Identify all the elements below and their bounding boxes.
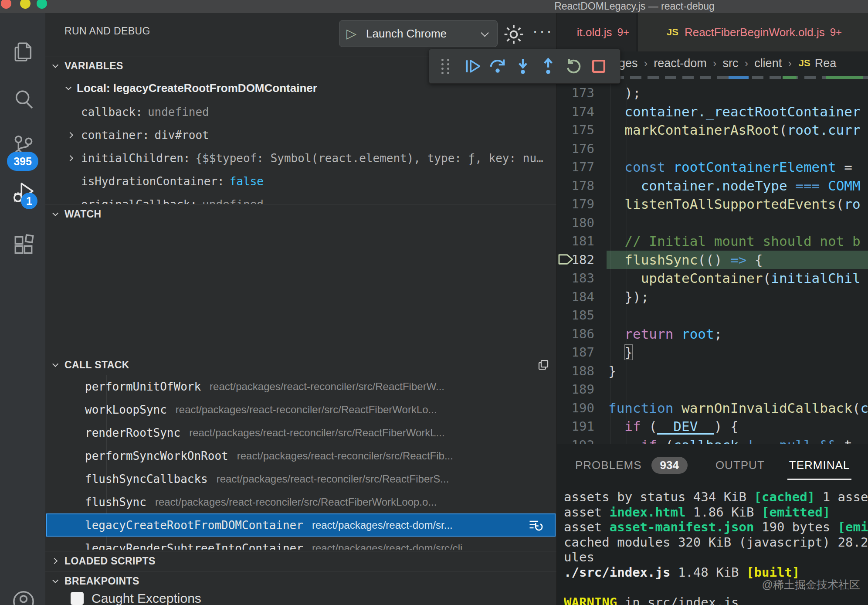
variable-row[interactable]: callback:undefined <box>45 102 556 122</box>
token: [emitted] <box>762 505 830 520</box>
code-line[interactable]: 181 // Initial mount should not b <box>557 232 868 251</box>
token: cached modules 320 KiB (javascript) 28.2 <box>564 535 868 550</box>
terminal-line: asset asset-manifest.json 190 bytes [emi… <box>564 520 868 535</box>
line-number: 174 <box>557 102 594 121</box>
code-line[interactable]: 189 <box>557 380 868 399</box>
frame-name: flushSync <box>85 496 146 509</box>
token: updateContainer <box>641 270 763 286</box>
code-line[interactable]: 177 const rootContainerElement = <box>557 158 868 177</box>
token: ); <box>608 85 641 101</box>
stack-frame[interactable]: performSyncWorkOnRootreact/packages/reac… <box>46 444 556 467</box>
continue-button[interactable] <box>460 54 485 78</box>
token: ( <box>852 400 861 416</box>
tab-reactfiberbeginwork[interactable]: JS ReactFiberBeginWork.old.js 9+ <box>638 13 868 51</box>
breadcrumb-item[interactable]: client <box>754 57 782 70</box>
divider <box>45 551 556 551</box>
watch-section-header[interactable]: WATCH <box>45 206 556 222</box>
breadcrumb-item[interactable]: react-dom <box>654 57 707 70</box>
minimize-window-button[interactable] <box>20 0 31 9</box>
close-window-button[interactable] <box>1 0 11 9</box>
code-line[interactable]: 183 updateContainer(initialChil <box>557 269 868 288</box>
line-content: updateContainer(initialChil <box>608 269 861 288</box>
variable-row[interactable]: isHydrationContainer:false <box>45 171 556 191</box>
code-line[interactable]: 175 markContainerAsRoot(root.curr <box>557 121 868 139</box>
token <box>673 400 682 416</box>
step-into-button[interactable] <box>510 54 536 78</box>
breadcrumb-file[interactable]: Rea <box>815 57 837 70</box>
frame-name: renderRootSync <box>85 426 180 439</box>
token <box>739 437 747 444</box>
frame-name: workLoopSync <box>85 403 167 416</box>
token: COMM <box>828 178 861 194</box>
launch-config-dropdown[interactable]: ▷ Launch Chrome <box>339 20 498 47</box>
breakpoints-section-header[interactable]: BREAKPOINTS <box>45 573 556 589</box>
restart-button[interactable] <box>561 54 586 78</box>
search-icon[interactable] <box>11 87 36 112</box>
breakpoint-item[interactable]: Caught Exceptions <box>71 591 201 605</box>
stack-frame[interactable]: legacyCreateRootFromDOMContainerreact/pa… <box>46 513 556 537</box>
code-line[interactable]: 176 <box>557 139 868 158</box>
frame-name: legacyCreateRootFromDOMContainer <box>85 519 303 532</box>
code-line[interactable]: 190function warnOnInvalidCallback(cal <box>557 399 868 418</box>
breadcrumb-item[interactable]: src <box>722 57 738 70</box>
terminal-line: ules <box>564 550 868 565</box>
stack-frame[interactable]: flushSyncreact/packages/react-reconciler… <box>46 490 556 513</box>
code-line-current[interactable]: 182 flushSync(() => { <box>557 251 868 269</box>
stack-frame[interactable]: legacyRenderSubtreeIntoContainerreact/pa… <box>46 537 556 550</box>
line-content: ); <box>608 84 641 102</box>
step-over-button[interactable] <box>485 54 510 78</box>
variable-row[interactable]: container:div#root <box>45 125 556 145</box>
restart-frame-icon[interactable] <box>528 517 543 533</box>
call-stack-section-header[interactable]: CALL STACK <box>45 357 556 373</box>
explorer-icon[interactable] <box>11 39 36 64</box>
line-content: } <box>608 343 633 362</box>
code-line[interactable]: 184 }); <box>557 288 868 306</box>
more-actions-icon[interactable]: ··· <box>532 22 553 40</box>
stack-frame[interactable]: flushSyncCallbacksreact/packages/react-r… <box>46 467 556 490</box>
code-line[interactable]: 173 ); <box>557 84 868 102</box>
stack-frame[interactable]: workLoopSyncreact/packages/react-reconci… <box>46 398 556 421</box>
watermark-text: @稀土掘金技术社区 <box>762 578 860 592</box>
code-line[interactable]: 186 return root; <box>557 325 868 343</box>
code-line[interactable]: 188} <box>557 362 868 381</box>
tab-output[interactable]: OUTPUT <box>715 459 765 472</box>
line-number: 173 <box>557 84 594 102</box>
code-line[interactable]: 191 if (__DEV__) { <box>557 417 868 436</box>
stack-frame[interactable]: performUnitOfWorkreact/packages/react-re… <box>46 375 556 398</box>
code-line[interactable]: 180 <box>557 214 868 232</box>
tab-problems[interactable]: PROBLEMS <box>575 459 642 472</box>
variable-row[interactable]: initialChildren:{$$typeof: Symbol(react.… <box>45 148 556 168</box>
token: warnOnInvalidCallback <box>682 400 852 416</box>
code-line[interactable]: 178 container.nodeType === COMM <box>557 177 868 195</box>
caught-exceptions-checkbox[interactable] <box>71 592 84 605</box>
token <box>608 326 624 342</box>
step-out-button[interactable] <box>536 54 561 78</box>
token: 1.48 KiB <box>670 565 746 580</box>
tab-terminal[interactable]: TERMINAL <box>789 459 850 472</box>
code-line[interactable]: 185 <box>557 306 868 325</box>
stack-frame[interactable]: renderRootSyncreact/packages/react-recon… <box>46 421 556 444</box>
debug-settings-gear-icon[interactable] <box>502 23 526 46</box>
code-line[interactable]: 174 container._reactRootContainer <box>557 102 868 121</box>
copy-call-stack-icon[interactable] <box>537 358 550 371</box>
code-line[interactable]: 179 listenToAllSupportedEvents(ro <box>557 195 868 214</box>
twisty <box>68 156 81 160</box>
loaded-scripts-section-header[interactable]: LOADED SCRIPTS <box>45 553 556 569</box>
divider <box>45 571 556 571</box>
variable-name: originalCallback: <box>81 198 197 204</box>
maximize-window-button[interactable] <box>37 0 47 9</box>
toolbar-drag-gripper[interactable] <box>434 54 460 78</box>
code-line[interactable]: 187 } <box>557 343 868 362</box>
line-content: } <box>608 362 617 381</box>
frame-path: react/packages/react-reconciler/src/Reac… <box>210 381 444 393</box>
start-debug-icon[interactable]: ▷ <box>346 27 356 40</box>
chevron-down-icon <box>52 577 58 583</box>
code-line[interactable]: 192 if (callback !== null && t <box>557 436 868 444</box>
accounts-icon[interactable] <box>11 589 36 605</box>
tab-it-old-js[interactable]: it.old.js 9+ <box>557 13 636 51</box>
run-debug-sidebar: RUN AND DEBUG ▷ Launch Chrome ··· VARIAB… <box>45 13 557 605</box>
variable-row[interactable]: originalCallback:undefined <box>45 194 556 204</box>
stop-button[interactable] <box>586 54 611 78</box>
extensions-icon[interactable] <box>11 233 36 257</box>
code-area[interactable]: 173 );174 container._reactRootContainer1… <box>557 84 868 444</box>
